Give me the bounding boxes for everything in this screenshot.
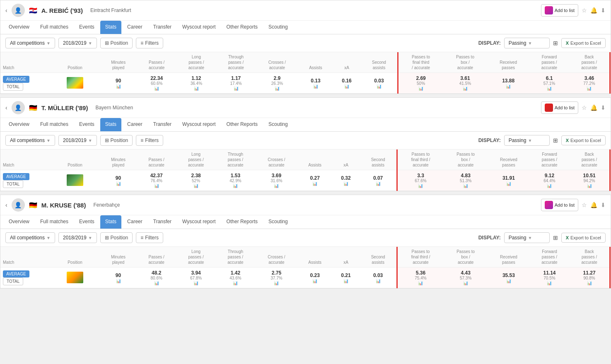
tab-career-muller[interactable]: Career: [122, 118, 147, 131]
bar-final-rebic[interactable]: 📊: [418, 86, 423, 91]
download-icon-kruse[interactable]: ⬇: [601, 202, 606, 208]
bar-assists-muller[interactable]: 📊: [312, 181, 317, 186]
bar-passes-muller[interactable]: 📊: [154, 183, 159, 188]
bar-second-rebic[interactable]: 📊: [377, 84, 382, 89]
star-icon-muller[interactable]: ☆: [582, 104, 587, 111]
filters-btn-rebic[interactable]: ≡ Filters: [136, 38, 163, 48]
total-btn-rebic[interactable]: TOTAL: [3, 83, 23, 91]
bar-min-kruse[interactable]: 📊: [116, 279, 121, 283]
bar-forward-muller[interactable]: 📊: [547, 183, 552, 188]
bell-icon-muller[interactable]: 🔔: [590, 104, 597, 111]
tab-wyscout-muller[interactable]: Wyscout report: [177, 118, 221, 131]
bar-final-muller[interactable]: 📊: [418, 183, 423, 188]
download-icon-rebic[interactable]: ⬇: [601, 7, 606, 14]
tab-otherreports-kruse[interactable]: Other Reports: [222, 215, 263, 229]
bar-assists-rebic[interactable]: 📊: [313, 84, 318, 89]
bar-passes-rebic[interactable]: 📊: [154, 86, 159, 91]
tab-stats-kruse[interactable]: Stats: [100, 215, 121, 229]
tab-wyscout-rebic[interactable]: Wyscout report: [177, 21, 221, 34]
display-dropdown-kruse[interactable]: Passing ▼: [504, 232, 550, 243]
tab-stats-muller[interactable]: Stats: [100, 118, 121, 131]
export-btn-kruse[interactable]: X Export to Excel: [561, 233, 606, 243]
bar-xa-rebic[interactable]: 📊: [344, 84, 349, 89]
add-to-list-muller[interactable]: Add to list: [541, 101, 578, 114]
avg-btn-muller[interactable]: AVERAGE: [3, 173, 29, 180]
bar-crosses-kruse[interactable]: 📊: [274, 281, 279, 285]
tab-transfer-muller[interactable]: Transfer: [148, 118, 176, 131]
competition-dropdown-kruse[interactable]: All competitions ▼: [5, 232, 55, 243]
bar-back-muller[interactable]: 📊: [587, 183, 592, 188]
tab-scouting-kruse[interactable]: Scouting: [263, 215, 293, 229]
filters-btn-kruse[interactable]: ≡ Filters: [136, 232, 163, 243]
tab-fullmatches-rebic[interactable]: Full matches: [35, 21, 73, 34]
bar-back-rebic[interactable]: 📊: [587, 86, 592, 91]
tab-otherreports-rebic[interactable]: Other Reports: [222, 21, 263, 34]
bar-received-rebic[interactable]: 📊: [506, 84, 511, 89]
tab-scouting-rebic[interactable]: Scouting: [263, 21, 293, 34]
bar-box-muller[interactable]: 📊: [463, 183, 468, 188]
grid-icon-muller[interactable]: ⊞: [553, 137, 558, 144]
tab-events-muller[interactable]: Events: [74, 118, 99, 131]
bar-crosses-muller[interactable]: 📊: [274, 183, 279, 188]
total-btn-muller[interactable]: TOTAL: [3, 180, 23, 188]
bar-second-muller[interactable]: 📊: [376, 181, 381, 186]
bar-received-muller[interactable]: 📊: [506, 181, 511, 186]
bar-final-kruse[interactable]: 📊: [418, 281, 423, 285]
tab-overview-muller[interactable]: Overview: [4, 118, 34, 131]
back-button-muller[interactable]: ‹: [5, 104, 7, 111]
bell-icon-rebic[interactable]: 🔔: [590, 7, 597, 14]
tab-overview-rebic[interactable]: Overview: [4, 21, 34, 34]
avg-btn-kruse[interactable]: AVERAGE: [3, 270, 29, 277]
competition-dropdown-muller[interactable]: All competitions ▼: [5, 135, 55, 146]
bar-box-kruse[interactable]: 📊: [463, 281, 468, 285]
bar-back-kruse[interactable]: 📊: [587, 281, 592, 285]
bar-through-kruse[interactable]: 📊: [233, 281, 238, 285]
bar-received-kruse[interactable]: 📊: [506, 279, 511, 283]
bar-xa-muller[interactable]: 📊: [343, 181, 348, 186]
add-to-list-rebic[interactable]: Add to list: [541, 4, 578, 17]
bar-forward-rebic[interactable]: 📊: [547, 86, 552, 91]
filters-btn-muller[interactable]: ≡ Filters: [136, 135, 163, 146]
bar-long-kruse[interactable]: 📊: [193, 281, 198, 285]
back-button-rebic[interactable]: ‹: [5, 7, 7, 14]
export-btn-muller[interactable]: X Export to Excel: [561, 135, 606, 145]
tab-otherreports-muller[interactable]: Other Reports: [222, 118, 263, 131]
bar-crosses-rebic[interactable]: 📊: [275, 86, 280, 91]
position-btn-muller[interactable]: ⊞ Position: [100, 135, 133, 146]
tab-career-kruse[interactable]: Career: [122, 215, 147, 229]
bar-forward-kruse[interactable]: 📊: [547, 281, 552, 285]
star-icon-rebic[interactable]: ☆: [582, 7, 587, 14]
bell-icon-kruse[interactable]: 🔔: [590, 202, 597, 208]
bar-xa-kruse[interactable]: 📊: [343, 279, 348, 283]
bar-box-rebic[interactable]: 📊: [463, 86, 468, 91]
bar-through-muller[interactable]: 📊: [233, 183, 238, 188]
add-to-list-kruse[interactable]: Add to list: [541, 199, 578, 211]
bar-long-muller[interactable]: 📊: [193, 183, 198, 188]
tab-events-rebic[interactable]: Events: [74, 21, 99, 34]
tab-fullmatches-kruse[interactable]: Full matches: [35, 215, 73, 229]
tab-scouting-muller[interactable]: Scouting: [263, 118, 293, 131]
bar-min-rebic[interactable]: 📊: [116, 84, 121, 89]
bar-long-rebic[interactable]: 📊: [194, 86, 199, 91]
display-dropdown-muller[interactable]: Passing ▼: [504, 135, 550, 146]
tab-transfer-rebic[interactable]: Transfer: [148, 21, 176, 34]
tab-career-rebic[interactable]: Career: [122, 21, 147, 34]
export-btn-rebic[interactable]: X Export to Excel: [561, 38, 606, 48]
tab-events-kruse[interactable]: Events: [74, 215, 99, 229]
bar-through-rebic[interactable]: 📊: [234, 86, 239, 91]
grid-icon-kruse[interactable]: ⊞: [553, 234, 558, 241]
display-dropdown-rebic[interactable]: Passing ▼: [504, 38, 550, 48]
star-icon-kruse[interactable]: ☆: [582, 202, 587, 208]
position-btn-kruse[interactable]: ⊞ Position: [100, 232, 133, 243]
competition-dropdown-rebic[interactable]: All competitions ▼: [5, 38, 55, 48]
bar-second-kruse[interactable]: 📊: [376, 279, 381, 283]
bar-assists-kruse[interactable]: 📊: [312, 279, 317, 283]
tab-transfer-kruse[interactable]: Transfer: [148, 215, 176, 229]
season-dropdown-kruse[interactable]: 2018/2019 ▼: [58, 232, 97, 243]
season-dropdown-rebic[interactable]: 2018/2019 ▼: [58, 38, 97, 48]
tab-wyscout-kruse[interactable]: Wyscout report: [177, 215, 221, 229]
download-icon-muller[interactable]: ⬇: [601, 104, 606, 111]
total-btn-kruse[interactable]: TOTAL: [3, 277, 23, 285]
tab-stats-rebic[interactable]: Stats: [100, 21, 121, 34]
bar-min-muller[interactable]: 📊: [116, 181, 121, 186]
